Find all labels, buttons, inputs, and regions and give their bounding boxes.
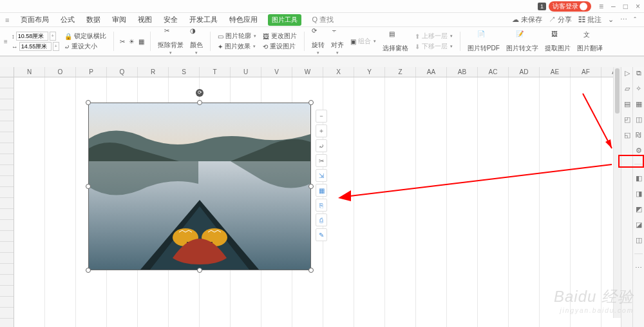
- tab-security[interactable]: 安全: [162, 14, 179, 26]
- resize-handle-bl[interactable]: [86, 268, 91, 273]
- row-header[interactable]: [0, 77, 14, 88]
- collapse-ribbon-icon[interactable]: ˆ: [634, 16, 636, 24]
- extract-picture-button[interactable]: 🖼提取图片: [544, 30, 572, 53]
- resize-handle-mr[interactable]: [308, 184, 314, 189]
- column-header[interactable]: Q: [107, 67, 138, 77]
- send-backward-button[interactable]: ⬇下移一层▾: [413, 42, 454, 51]
- column-header[interactable]: AA: [416, 67, 447, 77]
- tab-data[interactable]: 数据: [85, 14, 102, 26]
- row-header[interactable]: [0, 308, 14, 319]
- column-header[interactable]: U: [231, 67, 261, 77]
- cloud-unsaved-icon[interactable]: ☁ 未保存: [512, 15, 542, 25]
- column-header[interactable]: O: [45, 67, 76, 77]
- quick-edit-button[interactable]: ✎: [316, 228, 327, 241]
- picture-to-pdf-button[interactable]: 📄图片转PDF: [466, 30, 501, 53]
- quick-extract-button[interactable]: ⇲: [316, 169, 327, 182]
- resize-handle-tr[interactable]: [308, 100, 314, 105]
- ri-p5-icon[interactable]: ◫: [634, 235, 643, 244]
- more-options-icon[interactable]: ⌄: [608, 15, 614, 24]
- bring-forward-button[interactable]: ⬆上移一层▾: [413, 32, 454, 41]
- color-button[interactable]: ◑颜色▾: [189, 27, 204, 55]
- column-header[interactable]: AC: [478, 67, 509, 77]
- ri-layout-icon[interactable]: ◰: [623, 115, 632, 124]
- column-header[interactable]: S: [169, 67, 200, 77]
- row-header[interactable]: [0, 110, 14, 121]
- row-header[interactable]: [0, 99, 14, 110]
- row-header[interactable]: [0, 264, 14, 275]
- tab-page-layout[interactable]: 页面布局: [19, 14, 50, 26]
- ri-frame-icon[interactable]: ◱: [623, 130, 632, 139]
- height-stepper[interactable]: +: [50, 32, 56, 41]
- align-button[interactable]: ⫟对齐▾: [330, 27, 345, 55]
- column-headers[interactable]: NOPQRSTUVWXYZAAABACADAEAFAGAH: [14, 67, 621, 77]
- ri-star-icon[interactable]: ✧: [634, 84, 643, 93]
- tab-view[interactable]: 视图: [137, 14, 153, 26]
- row-header[interactable]: [0, 143, 14, 154]
- row-header[interactable]: [0, 253, 14, 264]
- quick-dup-button[interactable]: ⎙: [316, 213, 327, 226]
- ri-table-icon[interactable]: ▤: [623, 99, 632, 108]
- row-header[interactable]: [0, 198, 14, 209]
- width-stepper[interactable]: +: [53, 42, 59, 51]
- remove-background-button[interactable]: ✂抠除背景▾: [156, 27, 185, 55]
- row-header[interactable]: [0, 275, 14, 286]
- column-header[interactable]: P: [76, 67, 107, 77]
- login-button[interactable]: 访客登录: [549, 1, 591, 12]
- ri-p4-icon[interactable]: ◪: [634, 220, 643, 229]
- row-header[interactable]: [0, 231, 14, 242]
- ri-p1-icon[interactable]: ◧: [634, 173, 643, 183]
- picture-width-input[interactable]: [19, 42, 52, 51]
- column-header[interactable]: T: [200, 67, 231, 77]
- ri-chart-icon[interactable]: ₪: [634, 130, 643, 139]
- column-header[interactable]: AF: [571, 67, 601, 77]
- row-header[interactable]: [0, 297, 14, 308]
- share-icon[interactable]: ↗ 分享: [549, 15, 572, 25]
- resize-handle-ml[interactable]: [86, 184, 91, 189]
- picture-height-input[interactable]: [16, 32, 48, 41]
- ri-p3-icon[interactable]: ◩: [634, 204, 643, 213]
- ri-bar-icon[interactable]: ◫: [634, 115, 643, 124]
- row-header[interactable]: [0, 220, 14, 231]
- column-header[interactable]: Y: [354, 67, 385, 77]
- notification-badge[interactable]: 1: [538, 3, 546, 10]
- tab-formula[interactable]: 公式: [59, 14, 76, 26]
- row-header[interactable]: [0, 176, 14, 187]
- column-header[interactable]: R: [138, 67, 169, 77]
- embedded-picture[interactable]: ⟳: [89, 103, 310, 270]
- picture-outline-button[interactable]: ▭图片轮廓▾: [216, 32, 258, 41]
- change-picture-button[interactable]: 🖼更改图片: [261, 32, 298, 41]
- ri-shape-icon[interactable]: ▱: [623, 84, 632, 93]
- row-header[interactable]: [0, 319, 14, 327]
- picture-effect-button[interactable]: ✦图片效果▾: [216, 42, 258, 51]
- group-button[interactable]: ▣组合▾: [349, 37, 377, 46]
- row-header[interactable]: [0, 286, 14, 297]
- comment-icon[interactable]: ☷ 批注: [578, 15, 601, 25]
- column-header[interactable]: AB: [447, 67, 478, 77]
- selection-pane-button[interactable]: ▤选择窗格: [381, 30, 410, 53]
- quick-layout-button[interactable]: ▦: [316, 184, 327, 197]
- ri-format-icon[interactable]: ⧉: [634, 68, 643, 77]
- quick-zoom-in-button[interactable]: ＋: [316, 124, 327, 137]
- reset-picture-button[interactable]: ⟲重设图片: [261, 42, 298, 51]
- rotate-button[interactable]: ⟳旋转▾: [310, 27, 326, 55]
- column-header[interactable]: AD: [509, 67, 540, 77]
- rotate-handle[interactable]: ⟳: [196, 89, 204, 97]
- lock-ratio-toggle[interactable]: 🔒锁定纵横比: [63, 32, 108, 41]
- row-header[interactable]: [0, 187, 14, 198]
- ribbon-back-icon[interactable]: ≡: [4, 38, 8, 45]
- quick-rotate-button[interactable]: ⤾: [316, 139, 327, 152]
- crop-button[interactable]: ✂: [120, 38, 125, 45]
- tab-review[interactable]: 审阅: [111, 14, 128, 26]
- window-minimize-button[interactable]: –: [611, 2, 616, 11]
- resize-handle-tm[interactable]: [197, 100, 202, 105]
- ri-more-icon[interactable]: ⋯: [634, 263, 643, 272]
- column-header[interactable]: N: [14, 67, 45, 77]
- resize-handle-tl[interactable]: [86, 100, 91, 105]
- app-menu-icon[interactable]: ≡: [4, 16, 10, 24]
- column-header[interactable]: V: [261, 67, 292, 77]
- tab-featured-apps[interactable]: 特色应用: [228, 14, 259, 26]
- column-header[interactable]: AE: [540, 67, 571, 77]
- column-header[interactable]: Z: [385, 67, 416, 77]
- window-close-button[interactable]: ×: [636, 2, 640, 11]
- ri-p2-icon[interactable]: ◨: [634, 189, 643, 198]
